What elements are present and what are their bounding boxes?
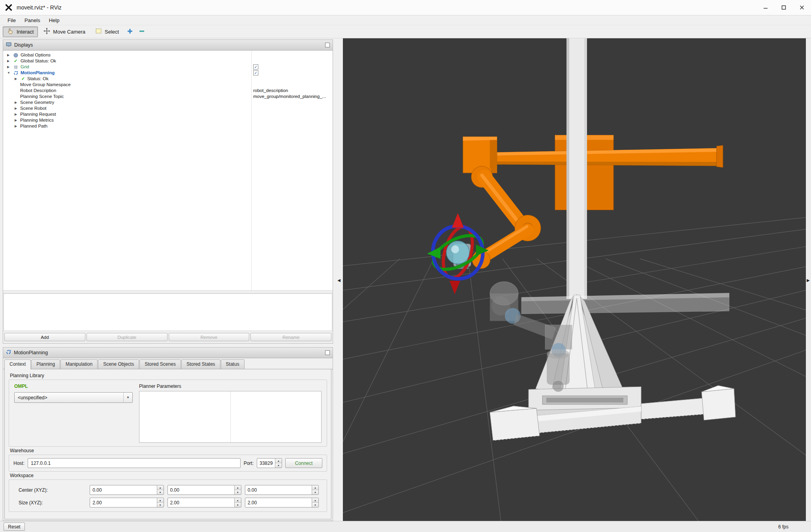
tree-row-scene-geometry[interactable]: ▶ Scene Geometry [3,100,333,105]
tree-row-planning-request[interactable]: ▶ Planning Request [3,111,333,117]
robot-description-value[interactable]: robot_description [253,88,288,93]
panel-splitter[interactable]: ◀ [333,38,343,521]
port-spinbox[interactable]: 33829 ▲▼ [257,458,282,468]
spin-up-icon[interactable]: ▲ [312,485,318,490]
displays-panel-title: Displays [14,42,33,48]
collapse-left-arrow-icon[interactable]: ◀ [337,278,341,282]
spin-up-icon[interactable]: ▲ [275,459,282,463]
tree-row-planned-path[interactable]: ▶ Planned Path [3,123,333,129]
connect-button[interactable]: Connect [285,458,322,468]
planning-library-group: OMPL <unspecified> ▼ Planner Parameters [9,380,327,447]
displays-panel-header[interactable]: Displays [3,40,333,51]
minus-icon [139,28,145,36]
center-y-spinbox[interactable]: 0.00 ▲▼ [167,485,241,495]
spin-up-icon[interactable]: ▲ [157,485,164,490]
add-display-button[interactable]: Add [4,333,85,341]
tree-row-global-status[interactable]: ▶ ✓ Global Status: Ok [3,58,333,64]
spin-up-icon[interactable]: ▲ [312,498,318,503]
menu-file[interactable]: File [3,15,20,25]
menu-panels[interactable]: Panels [20,15,45,25]
tree-row-mp-status[interactable]: ▶ ✓ Status: Ok [3,76,333,82]
status-bar: Reset 6 fps [0,521,811,532]
motionplanning-panel-header[interactable]: MotionPlanning [3,348,333,358]
spin-down-icon[interactable]: ▼ [157,490,164,494]
tree-row-planning-scene-topic[interactable]: Planning Scene Topic move_group/monitore… [3,94,333,100]
planning-scene-topic-value[interactable]: move_group/monitored_planning_... [253,94,326,99]
remove-tool-button[interactable] [136,26,147,37]
motionplanning-display-icon [13,70,18,75]
warehouse-group: Host: 127.0.0.1 Port: 33829 ▲▼ Connect [9,455,327,472]
remove-display-button[interactable]: Remove [169,333,250,341]
duplicate-display-button[interactable]: Duplicate [87,333,167,341]
spin-down-icon[interactable]: ▼ [157,503,164,507]
planner-parameters-table[interactable] [139,391,322,443]
tree-row-robot-description[interactable]: Robot Description robot_description [3,88,333,94]
tree-row-global-options[interactable]: ▶ Global Options [3,52,333,58]
collapse-arrow-icon[interactable]: ▼ [7,71,10,75]
grid-display-icon [13,64,18,70]
minimize-button[interactable] [756,0,775,15]
size-xyz-label: Size (XYZ): [13,500,90,506]
move-camera-tool-button[interactable]: Move Camera [39,26,90,37]
spin-down-icon[interactable]: ▼ [312,503,318,507]
size-z-spinbox[interactable]: 2.00 ▲▼ [245,498,319,508]
tab-context[interactable]: Context [4,359,31,369]
tree-splitter[interactable] [3,291,333,293]
tab-scene-objects[interactable]: Scene Objects [98,359,139,369]
expand-arrow-icon[interactable]: ▶ [15,107,17,110]
expand-arrow-icon[interactable]: ▶ [15,77,17,81]
marker-center-sphere[interactable] [446,241,469,264]
planner-select[interactable]: <unspecified> ▼ [14,392,133,403]
rename-display-button[interactable]: Rename [250,333,331,341]
motionplanning-tabs: Context Planning Manipulation Scene Obje… [3,358,333,369]
menu-help[interactable]: Help [45,15,64,25]
spin-down-icon[interactable]: ▼ [312,490,318,494]
expand-arrow-icon[interactable]: ▶ [15,124,17,128]
motionplanning-enabled-checkbox[interactable]: ✓ [253,70,258,75]
motionplanning-panel: MotionPlanning Context Planning Manipula… [3,347,333,521]
title-bar: moveit.rviz* - RViz [0,0,811,15]
expand-arrow-icon[interactable]: ▶ [7,53,9,57]
expand-arrow-icon[interactable]: ▶ [15,113,17,116]
expand-arrow-icon[interactable]: ▶ [15,118,17,122]
size-x-spinbox[interactable]: 2.00 ▲▼ [90,498,164,508]
select-tool-button[interactable]: Select [91,26,123,37]
panel-float-button[interactable] [325,350,330,355]
spin-up-icon[interactable]: ▲ [235,498,241,503]
tab-planning[interactable]: Planning [31,359,60,369]
grid-enabled-checkbox[interactable]: ✓ [253,64,258,70]
collapse-right-arrow-icon[interactable]: ▶ [807,278,810,282]
maximize-button[interactable] [775,0,793,15]
3d-viewport[interactable] [343,38,806,521]
tab-stored-states[interactable]: Stored States [181,359,220,369]
tab-status[interactable]: Status [221,359,245,369]
host-input[interactable]: 127.0.0.1 [28,458,241,468]
tree-row-planning-metrics[interactable]: ▶ Planning Metrics [3,117,333,123]
expand-arrow-icon[interactable]: ▶ [7,65,9,69]
tab-stored-scenes[interactable]: Stored Scenes [139,359,181,369]
spin-up-icon[interactable]: ▲ [157,498,164,503]
center-z-spinbox[interactable]: 0.00 ▲▼ [245,485,319,495]
expand-arrow-icon[interactable]: ▶ [15,101,17,104]
tab-manipulation[interactable]: Manipulation [60,359,98,369]
spin-down-icon[interactable]: ▼ [235,503,241,507]
tree-row-motionplanning[interactable]: ▼ MotionPlanning ✓ [3,70,333,76]
spin-down-icon[interactable]: ▼ [235,490,241,494]
expand-arrow-icon[interactable]: ▶ [7,59,9,63]
gantry-column [566,38,587,299]
tree-row-move-group-namespace[interactable]: Move Group Namespace [3,82,333,88]
close-button[interactable] [793,0,811,15]
tree-row-grid[interactable]: ▶ Grid ✓ [3,64,333,70]
reset-button[interactable]: Reset [4,523,25,531]
right-panel-gutter[interactable]: ▶ [806,38,811,521]
spin-up-icon[interactable]: ▲ [235,485,241,490]
add-tool-button[interactable] [124,26,135,37]
tree-row-scene-robot[interactable]: ▶ Scene Robot [3,105,333,111]
interact-tool-button[interactable]: Interact [3,26,38,37]
panel-float-button[interactable] [325,43,330,47]
size-y-spinbox[interactable]: 2.00 ▲▼ [167,498,241,508]
spin-down-icon[interactable]: ▼ [275,463,282,468]
select-box-icon [95,28,102,36]
center-x-spinbox[interactable]: 0.00 ▲▼ [90,485,164,495]
3d-scene-canvas[interactable] [343,38,806,521]
